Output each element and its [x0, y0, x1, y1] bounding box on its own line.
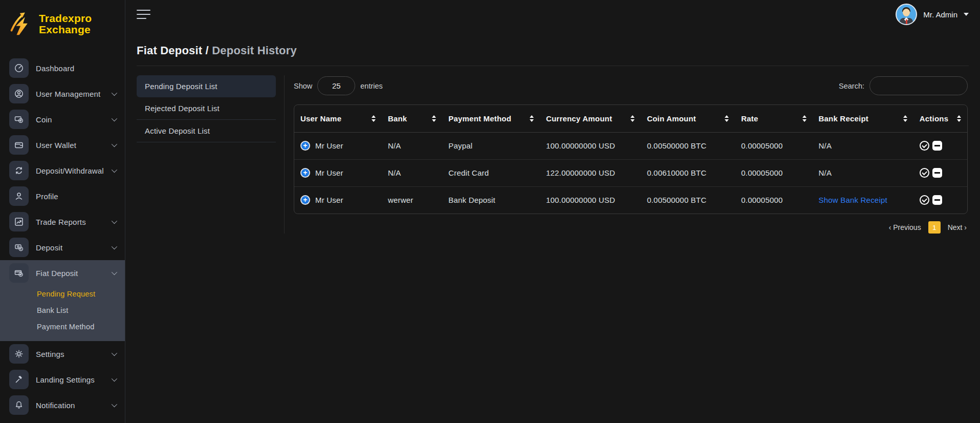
hammer-icon [9, 370, 29, 389]
approve-icon[interactable] [920, 168, 929, 178]
app-logo[interactable]: Tradexpro Exchange [0, 0, 125, 46]
column-header-payment-method[interactable]: Payment Method [442, 105, 540, 132]
user-menu[interactable]: Mr. Admin [896, 4, 969, 25]
expand-row-icon[interactable] [300, 195, 310, 205]
column-header-user-name[interactable]: User Name [294, 105, 382, 132]
bank-cell: N/A [382, 159, 442, 186]
chevron-down-icon [112, 218, 117, 224]
user-name-cell: Mr User [315, 168, 343, 177]
sort-icon[interactable] [372, 115, 376, 122]
page-head: Fiat Deposit / Deposit History [125, 29, 980, 66]
sidebar-item-fiat-deposit[interactable]: Fiat Deposit [0, 260, 125, 286]
sort-icon[interactable] [725, 115, 729, 122]
sort-icon[interactable] [530, 115, 534, 122]
avatar[interactable] [896, 4, 917, 25]
sidebar-item-deposit-withdrawal[interactable]: Deposit/Withdrawal [0, 158, 125, 183]
search-control: Search: [839, 76, 968, 95]
logo-text-line1: Tradexpro [39, 13, 92, 24]
column-header-coin-amount[interactable]: Coin Amount [641, 105, 735, 132]
user-name-cell: Mr User [315, 196, 343, 204]
chevron-down-icon [112, 244, 117, 249]
previous-page-button[interactable]: ‹ Previous [889, 223, 921, 231]
reject-icon[interactable] [932, 168, 942, 178]
table-row: Mr User werwer Bank Deposit 100.00000000… [294, 186, 967, 214]
payment-method-cell: Bank Deposit [442, 186, 540, 214]
coin-amount-cell: 0.00610000 BTC [641, 159, 735, 186]
column-header-bank[interactable]: Bank [382, 105, 442, 132]
chevron-down-icon [112, 376, 117, 382]
reject-icon[interactable] [932, 141, 942, 151]
sidebar-item-dashboard[interactable]: Dashboard [0, 55, 125, 81]
expand-row-icon[interactable] [300, 168, 310, 178]
sidebar-item-user-management[interactable]: User Management [0, 81, 125, 107]
chevron-down-icon [112, 269, 117, 275]
coin-amount-cell: 0.00500000 BTC [641, 132, 735, 159]
hamburger-menu-icon[interactable] [137, 10, 150, 19]
page-title: Deposit History [212, 44, 297, 57]
coin-amount-cell: 0.00500000 BTC [641, 186, 735, 214]
chevron-down-icon [112, 141, 117, 147]
submenu-item-bank-list[interactable]: Bank List [37, 302, 125, 319]
currency-amount-cell: 122.00000000 USD [540, 159, 641, 186]
next-page-button[interactable]: Next › [948, 223, 967, 231]
table-row: Mr User N/A Credit Card 122.00000000 USD… [294, 159, 967, 186]
sidebar-item-trade-reports[interactable]: Trade Reports [0, 209, 125, 235]
tab-pending-deposit-list[interactable]: Pending Deposit List [137, 75, 276, 97]
sidebar-item-profile[interactable]: Profile [0, 183, 125, 209]
sort-icon[interactable] [802, 115, 807, 122]
bell-icon [9, 395, 29, 415]
column-header-bank-receipt[interactable]: Bank Receipt [813, 105, 913, 132]
entries-control: Show 25 entries [294, 76, 383, 95]
sort-icon[interactable] [957, 115, 961, 122]
show-bank-receipt-link[interactable]: Show Bank Receipt [819, 196, 887, 204]
sidebar-item-label: Trade Reports [36, 218, 86, 226]
entries-select[interactable]: 25 [317, 76, 355, 95]
submenu-item-payment-method[interactable]: Payment Method [37, 319, 125, 335]
sidebar-item-landing-settings[interactable]: Landing Settings [0, 367, 125, 392]
content: Pending Deposit List Rejected Deposit Li… [125, 66, 980, 234]
rate-cell: 0.00005000 [735, 186, 812, 214]
sidebar-item-settings[interactable]: Settings [0, 341, 125, 367]
reject-icon[interactable] [932, 195, 942, 205]
gear-icon [9, 344, 29, 364]
approve-icon[interactable] [920, 141, 929, 151]
chevron-down-icon [112, 116, 117, 121]
tab-rejected-deposit-list[interactable]: Rejected Deposit List [137, 97, 276, 120]
column-header-currency-amount[interactable]: Currency Amount [540, 105, 641, 132]
table-row: Mr User N/A Paypal 100.00000000 USD 0.00… [294, 132, 967, 159]
sidebar-item-label: Deposit/Withdrawal [36, 166, 104, 175]
entries-label: entries [360, 82, 383, 90]
sidebar-nav: Dashboard User Management Coin User Wall… [0, 55, 125, 418]
sidebar-item-label: User Wallet [36, 141, 76, 150]
table-header-row: User Name Bank Payment Method Currency A… [294, 105, 967, 132]
column-header-actions[interactable]: Actions [913, 105, 967, 132]
page-number-button[interactable]: 1 [928, 221, 941, 234]
sidebar-item-user-wallet[interactable]: User Wallet [0, 132, 125, 158]
sidebar-item-label: User Management [36, 90, 100, 98]
approve-icon[interactable] [920, 195, 929, 205]
search-input[interactable] [869, 76, 968, 95]
sidebar-item-deposit[interactable]: Deposit [0, 235, 125, 260]
wallet-icon [9, 135, 29, 155]
deposit-table: User Name Bank Payment Method Currency A… [294, 104, 968, 214]
payment-method-cell: Paypal [442, 132, 540, 159]
coin-icon [9, 110, 29, 129]
column-header-rate[interactable]: Rate [735, 105, 812, 132]
currency-amount-cell: 100.00000000 USD [540, 132, 641, 159]
tab-active-deposit-list[interactable]: Active Deposit List [137, 120, 276, 142]
bank-cell: N/A [382, 132, 442, 159]
main-area: Mr. Admin Fiat Deposit / Deposit History… [125, 0, 980, 423]
chevron-down-icon [112, 90, 117, 96]
submenu-item-pending-request[interactable]: Pending Request [37, 286, 125, 302]
sidebar-item-notification[interactable]: Notification [0, 392, 125, 418]
sort-icon[interactable] [432, 115, 436, 122]
sort-icon[interactable] [630, 115, 635, 122]
expand-row-icon[interactable] [300, 141, 310, 151]
show-label: Show [294, 82, 312, 90]
sort-icon[interactable] [903, 115, 907, 122]
currency-amount-cell: 100.00000000 USD [540, 186, 641, 214]
sidebar-item-coin[interactable]: Coin [0, 107, 125, 132]
sidebar-item-label: Dashboard [36, 64, 74, 73]
sidebar-item-label: Profile [36, 192, 58, 201]
gauge-icon [9, 58, 29, 78]
